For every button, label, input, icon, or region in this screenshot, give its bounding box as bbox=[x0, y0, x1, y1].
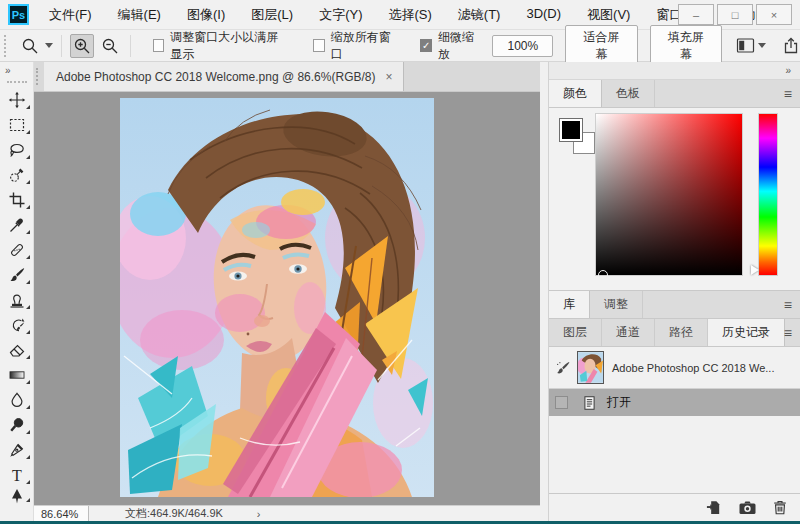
panel-dock: » 颜色 色板 ≡ 库 调整 ≡ 图层 通道 路径 bbox=[548, 62, 800, 521]
new-document-from-state-icon[interactable] bbox=[705, 499, 723, 516]
workspace-icon[interactable] bbox=[736, 37, 766, 54]
history-snapshot-row[interactable]: Adobe Photoshop CC 2018 We... bbox=[549, 347, 800, 389]
tab-history[interactable]: 历史记录 bbox=[708, 319, 785, 346]
fill-screen-button[interactable]: 填充屏幕 bbox=[650, 25, 722, 67]
dodge-tool[interactable] bbox=[0, 412, 34, 437]
separator bbox=[130, 35, 131, 57]
clone-stamp-tool[interactable] bbox=[0, 287, 34, 312]
library-panel-menu-icon[interactable]: ≡ bbox=[784, 297, 792, 313]
status-expand-icon[interactable]: › bbox=[257, 508, 261, 520]
resize-windows-checkbox[interactable] bbox=[153, 39, 165, 52]
color-field-picker[interactable] bbox=[598, 270, 608, 280]
history-brush-tool[interactable] bbox=[0, 312, 34, 337]
foreground-color-swatch[interactable] bbox=[559, 118, 583, 142]
menu-layer[interactable]: 图层(L) bbox=[251, 6, 293, 24]
history-source-checkbox[interactable] bbox=[555, 396, 568, 409]
toolbar-grip[interactable] bbox=[7, 81, 27, 83]
rectangular-marquee-tool[interactable] bbox=[0, 112, 34, 137]
history-state-row[interactable]: 打开 bbox=[549, 389, 800, 416]
color-panel-tabs: 颜色 色板 ≡ bbox=[549, 80, 800, 108]
tab-channels[interactable]: 通道 bbox=[602, 319, 655, 346]
blur-tool[interactable] bbox=[0, 387, 34, 412]
snapshot-thumbnail[interactable] bbox=[577, 351, 604, 384]
window-controls: – □ × bbox=[678, 4, 792, 25]
menu-view[interactable]: 视图(V) bbox=[587, 6, 630, 24]
tools-panel: » bbox=[0, 62, 34, 521]
saturation-brightness-field[interactable] bbox=[595, 113, 743, 276]
close-button[interactable]: × bbox=[756, 4, 792, 25]
menu-image[interactable]: 图像(I) bbox=[187, 6, 225, 24]
lasso-tool[interactable] bbox=[0, 137, 34, 162]
dock-header: » bbox=[549, 62, 800, 80]
eraser-tool[interactable] bbox=[0, 337, 34, 362]
crop-tool[interactable] bbox=[0, 187, 34, 212]
color-panel bbox=[549, 108, 800, 291]
share-icon[interactable] bbox=[782, 37, 800, 55]
svg-text:T: T bbox=[12, 466, 22, 483]
tab-color[interactable]: 颜色 bbox=[549, 80, 602, 107]
move-tool[interactable] bbox=[0, 87, 34, 112]
options-grip[interactable] bbox=[4, 35, 6, 57]
zoom-tool-icon[interactable] bbox=[18, 34, 42, 58]
dock-collapse-icon[interactable]: » bbox=[785, 65, 790, 76]
history-panel-footer bbox=[549, 494, 800, 521]
tab-paths[interactable]: 路径 bbox=[655, 319, 708, 346]
open-state-icon bbox=[582, 395, 597, 411]
toolbar-collapse-icon[interactable]: » bbox=[0, 62, 33, 76]
fit-screen-button[interactable]: 适合屏幕 bbox=[565, 25, 637, 67]
document-tab[interactable]: Adobe Photoshop CC 2018 Welcome.png @ 86… bbox=[44, 62, 404, 91]
options-bar: 调整窗口大小以满屏显示 缩放所有窗口 ✓ 细微缩放 100% 适合屏幕 填充屏幕 bbox=[0, 30, 800, 62]
tab-swatches[interactable]: 色板 bbox=[602, 80, 655, 107]
color-panel-menu-icon[interactable]: ≡ bbox=[784, 86, 792, 102]
zoom-level-field[interactable]: 86.64% bbox=[34, 506, 89, 522]
tab-adjustments[interactable]: 调整 bbox=[590, 291, 643, 318]
scrubby-zoom-checkbox[interactable]: ✓ bbox=[420, 39, 432, 52]
maximize-button[interactable]: □ bbox=[717, 4, 753, 25]
history-state-label: 打开 bbox=[607, 394, 631, 411]
type-tool[interactable]: T bbox=[0, 462, 34, 487]
path-selection-tool[interactable] bbox=[0, 487, 34, 505]
menu-type[interactable]: 文字(Y) bbox=[319, 6, 362, 24]
zoom-tool-preset-chevron-icon[interactable] bbox=[45, 43, 53, 48]
document-size-info: 文档:464.9K/464.9K bbox=[125, 506, 223, 521]
history-brush-source-icon[interactable] bbox=[555, 360, 571, 376]
resize-windows-label: 调整窗口大小以满屏显示 bbox=[170, 29, 287, 63]
tab-close-icon[interactable]: × bbox=[385, 70, 392, 84]
library-panel-tabs: 库 调整 ≡ bbox=[549, 291, 800, 319]
zoom-out-button[interactable] bbox=[98, 34, 122, 58]
workspace-chevron-icon[interactable] bbox=[758, 43, 766, 48]
quick-selection-tool[interactable] bbox=[0, 162, 34, 187]
new-snapshot-camera-icon[interactable] bbox=[738, 499, 757, 516]
menu-edit[interactable]: 编辑(E) bbox=[118, 6, 161, 24]
hue-slider-thumb[interactable] bbox=[751, 265, 759, 275]
document-title: Adobe Photoshop CC 2018 Welcome.png @ 86… bbox=[56, 70, 375, 84]
gradient-tool[interactable] bbox=[0, 362, 34, 387]
history-panel-menu-icon[interactable]: ≡ bbox=[784, 325, 792, 341]
minimize-button[interactable]: – bbox=[678, 4, 714, 25]
document-tab-bar: Adobe Photoshop CC 2018 Welcome.png @ 86… bbox=[34, 62, 540, 92]
menu-select[interactable]: 选择(S) bbox=[388, 6, 431, 24]
scrubby-zoom-label: 细微缩放 bbox=[438, 29, 480, 63]
pen-tool[interactable] bbox=[0, 437, 34, 462]
snapshot-label: Adobe Photoshop CC 2018 We... bbox=[612, 362, 774, 374]
zoom-all-windows-checkbox[interactable] bbox=[313, 39, 325, 52]
canvas-image[interactable] bbox=[120, 98, 434, 497]
history-panel: Adobe Photoshop CC 2018 We... 打开 bbox=[549, 347, 800, 494]
menu-file[interactable]: 文件(F) bbox=[49, 6, 92, 24]
tab-bar-grip[interactable] bbox=[36, 68, 42, 85]
spot-healing-brush-tool[interactable] bbox=[0, 237, 34, 262]
menu-3d[interactable]: 3D(D) bbox=[526, 6, 561, 24]
zoom-in-button[interactable] bbox=[70, 34, 94, 58]
brush-tool[interactable] bbox=[0, 262, 34, 287]
zoom-100-button[interactable]: 100% bbox=[492, 35, 553, 57]
hue-slider[interactable] bbox=[758, 113, 778, 276]
eyedropper-tool[interactable] bbox=[0, 212, 34, 237]
separator bbox=[61, 35, 62, 57]
tab-layers[interactable]: 图层 bbox=[549, 319, 602, 346]
canvas-pasteboard[interactable] bbox=[34, 92, 540, 505]
menu-filter[interactable]: 滤镜(T) bbox=[458, 6, 501, 24]
check-icon: ✓ bbox=[422, 40, 430, 51]
tab-libraries[interactable]: 库 bbox=[549, 291, 590, 318]
layers-panel-tabs: 图层 通道 路径 历史记录 ≡ bbox=[549, 319, 800, 347]
delete-trash-icon[interactable] bbox=[772, 499, 788, 516]
